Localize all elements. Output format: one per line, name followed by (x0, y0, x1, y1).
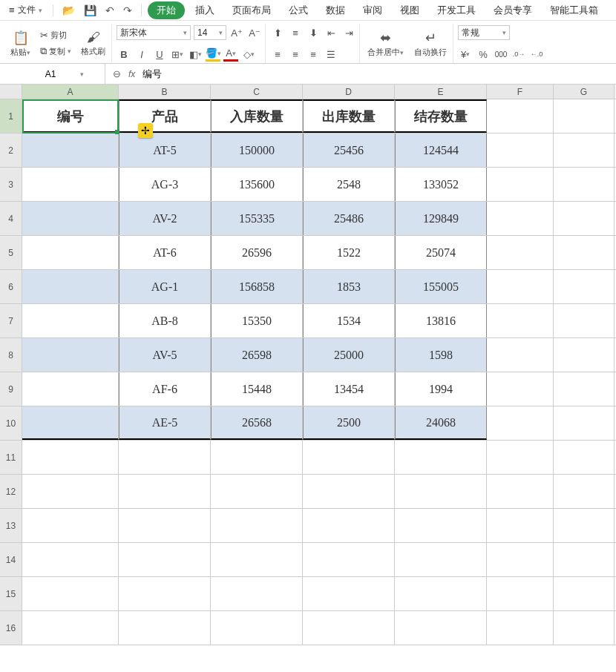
cell[interactable] (554, 577, 615, 610)
cell[interactable] (303, 509, 395, 542)
row-header[interactable]: 3 (0, 168, 22, 201)
col-header-E[interactable]: E (395, 85, 487, 99)
bold-button[interactable]: B (117, 47, 131, 62)
cell[interactable] (487, 202, 554, 235)
redo-icon[interactable]: ↷ (120, 3, 135, 18)
number-format-select[interactable]: 常规▾ (458, 25, 510, 40)
cell[interactable] (487, 611, 554, 645)
col-header-A[interactable]: A (22, 85, 119, 99)
cell[interactable] (554, 441, 615, 474)
cell[interactable] (554, 509, 615, 542)
cell[interactable]: 1522 (303, 236, 395, 269)
row-header[interactable]: 8 (0, 338, 22, 372)
font-name-select[interactable]: 新宋体▾ (117, 25, 191, 40)
cell[interactable] (554, 270, 615, 303)
cell[interactable] (554, 338, 615, 372)
open-icon[interactable]: 📂 (59, 3, 78, 18)
cell[interactable] (487, 372, 554, 406)
col-header-C[interactable]: C (211, 85, 303, 99)
row-header[interactable]: 15 (0, 577, 22, 610)
row-header[interactable]: 14 (0, 543, 22, 576)
cell[interactable] (487, 270, 554, 303)
cell[interactable] (487, 509, 554, 542)
cell[interactable]: 25456 (303, 134, 395, 167)
paste-button[interactable]: 📋 粘贴▾ (7, 24, 33, 63)
cell[interactable]: 15350 (211, 304, 303, 337)
indent-right-icon[interactable]: ⇥ (341, 25, 356, 40)
cell[interactable]: 入库数量 (211, 99, 303, 133)
increase-decimal-icon[interactable]: .0→ (511, 47, 526, 62)
cell[interactable] (487, 406, 554, 440)
cell[interactable] (303, 543, 395, 576)
cell[interactable]: AV-5 (119, 338, 211, 372)
cell[interactable] (22, 304, 119, 337)
cell[interactable]: 编号 (22, 99, 119, 133)
cell[interactable] (22, 168, 119, 201)
cell[interactable] (119, 611, 211, 645)
cell[interactable]: 1534 (303, 304, 395, 337)
cell[interactable] (22, 441, 119, 474)
row-header[interactable]: 13 (0, 509, 22, 542)
row-header[interactable]: 5 (0, 236, 22, 269)
cell[interactable] (119, 543, 211, 576)
save-icon[interactable]: 💾 (81, 3, 99, 18)
tab-page-layout[interactable]: 页面布局 (225, 1, 278, 19)
clear-format-button[interactable]: ◇▾ (241, 47, 256, 62)
cell[interactable] (211, 441, 303, 474)
percent-icon[interactable]: % (476, 47, 491, 62)
cell[interactable] (22, 134, 119, 167)
row-header[interactable]: 7 (0, 304, 22, 337)
cell[interactable] (22, 202, 119, 235)
align-left-icon[interactable]: ≡ (270, 47, 285, 62)
decrease-font-icon[interactable]: A⁻ (247, 25, 262, 40)
cell[interactable] (211, 509, 303, 542)
cell[interactable] (211, 577, 303, 610)
row-header[interactable]: 10 (0, 406, 22, 440)
row-header[interactable]: 9 (0, 372, 22, 406)
cell[interactable] (554, 99, 615, 133)
font-color-button[interactable]: A▾ (223, 47, 238, 62)
increase-font-icon[interactable]: A⁺ (229, 25, 244, 40)
cell[interactable] (554, 202, 615, 235)
align-right-icon[interactable]: ≡ (306, 47, 321, 62)
cell[interactable] (22, 406, 119, 440)
cell[interactable]: AF-6 (119, 372, 211, 406)
cell[interactable] (487, 543, 554, 576)
row-header[interactable]: 4 (0, 202, 22, 235)
fx-icon[interactable]: fx (128, 69, 135, 79)
cell[interactable] (487, 304, 554, 337)
cell[interactable] (395, 577, 487, 610)
format-painter-button[interactable]: 🖌 格式刷 (78, 24, 108, 63)
distribute-icon[interactable]: ☰ (324, 47, 338, 62)
currency-icon[interactable]: ¥▾ (458, 47, 473, 62)
cell[interactable] (487, 134, 554, 167)
cell[interactable] (554, 372, 615, 406)
tab-formula[interactable]: 公式 (281, 1, 315, 19)
cell[interactable]: 13816 (395, 304, 487, 337)
cell[interactable] (303, 577, 395, 610)
cell[interactable]: 产品 (119, 99, 211, 133)
italic-button[interactable]: I (134, 47, 149, 62)
merge-center-button[interactable]: ⬌ 合并居中▾ (364, 24, 407, 63)
cell[interactable] (211, 543, 303, 576)
cell[interactable] (22, 270, 119, 303)
underline-button[interactable]: U (152, 47, 167, 62)
tab-member[interactable]: 会员专享 (486, 1, 540, 19)
cell[interactable]: AB-8 (119, 304, 211, 337)
select-all-corner[interactable] (0, 85, 22, 99)
cell[interactable] (554, 236, 615, 269)
cell[interactable]: 1994 (395, 372, 487, 406)
cell[interactable]: AG-1 (119, 270, 211, 303)
cell[interactable]: 26568 (211, 406, 303, 440)
font-size-select[interactable]: 14▾ (194, 25, 226, 40)
cell[interactable]: AE-5 (119, 406, 211, 440)
cell[interactable] (22, 611, 119, 645)
cell[interactable] (22, 372, 119, 406)
cell[interactable] (487, 577, 554, 610)
cell[interactable]: 156858 (211, 270, 303, 303)
cell[interactable] (487, 338, 554, 372)
cell[interactable]: 135600 (211, 168, 303, 201)
cell-reference-input[interactable] (21, 69, 80, 79)
cell[interactable] (395, 509, 487, 542)
cell[interactable]: 155335 (211, 202, 303, 235)
